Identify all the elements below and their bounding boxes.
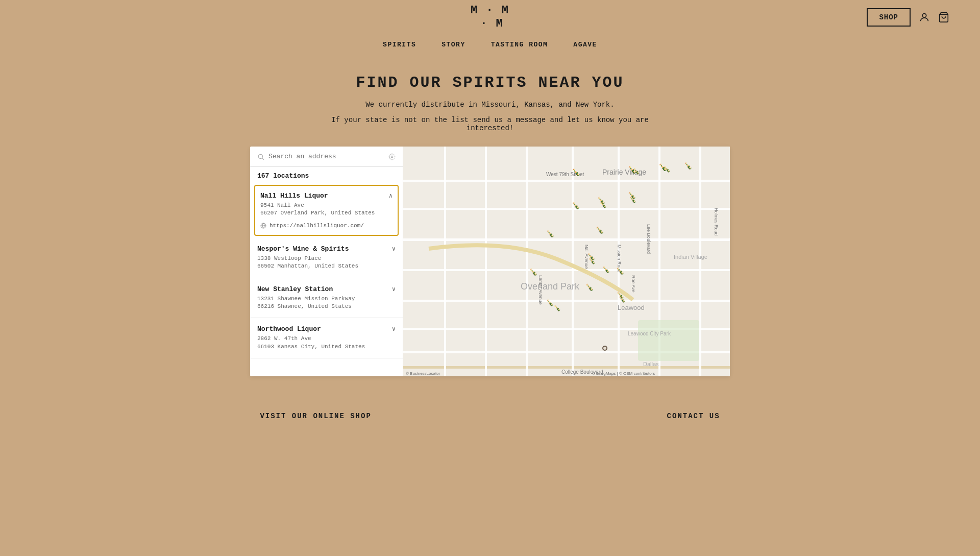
svg-text:🍾: 🍾 [596, 226, 604, 234]
location-website[interactable]: https://nallhillsliquor.com/ [260, 223, 393, 229]
logo-text: M · M· M [471, 4, 509, 31]
svg-text:🍾: 🍾 [554, 304, 561, 311]
cart-button[interactable] [938, 12, 949, 23]
shop-button[interactable]: SHOP [867, 8, 911, 27]
svg-text:Dallas: Dallas [643, 361, 659, 367]
locations-list[interactable]: Nall Hills Liquor ∧ 9541 Nall Ave 66207 … [250, 183, 403, 376]
store-finder: 167 locations Nall Hills Liquor ∧ 9541 N… [250, 147, 730, 376]
footer-col1-title: VISIT OUR ONLINE SHOP [260, 412, 371, 420]
svg-rect-22 [485, 147, 487, 376]
svg-point-4 [391, 156, 393, 158]
nav-spirits[interactable]: SPIRITS [383, 41, 416, 49]
svg-rect-24 [572, 147, 574, 376]
map-svg: Prairie Village Overland Park Leawood In… [403, 147, 730, 376]
svg-text:🍾: 🍾 [633, 167, 640, 175]
locations-count: 167 locations [250, 167, 403, 183]
svg-rect-16 [403, 269, 730, 271]
chevron-down-icon: ∨ [392, 285, 396, 293]
svg-text:🍾: 🍾 [572, 201, 580, 210]
svg-text:Holmes Road: Holmes Road [714, 208, 719, 236]
svg-rect-15 [403, 238, 730, 241]
svg-text:🍾: 🍾 [664, 165, 671, 173]
location-address: 2862 W. 47th Ave 66103 Kansas City, Unit… [257, 335, 396, 351]
logo[interactable]: M · M· M [471, 4, 509, 31]
svg-text:Overland Park: Overland Park [521, 281, 580, 292]
main-nav: SPIRITS STORY TASTING ROOM AGAVE [0, 35, 980, 59]
location-name: Nespor's Wine & Spirits [257, 245, 349, 253]
svg-text:🍾: 🍾 [585, 283, 594, 292]
location-name: Northwood Liquor [257, 325, 321, 333]
search-input[interactable] [268, 153, 384, 160]
left-panel: 167 locations Nall Hills Liquor ∧ 9541 N… [250, 147, 403, 376]
nav-tasting-room[interactable]: TASTING ROOM [491, 41, 548, 49]
location-address: 13231 Shawnee Mission Parkway 66216 Shaw… [257, 295, 396, 311]
svg-text:🍾: 🍾 [589, 257, 596, 264]
svg-text:🍾: 🍾 [600, 201, 607, 208]
svg-rect-21 [444, 147, 446, 376]
map-background: Prairie Village Overland Park Leawood In… [403, 147, 730, 376]
svg-text:Indian Village: Indian Village [674, 254, 707, 260]
list-item[interactable]: Northwood Liquor ∨ 2862 W. 47th Ave 6610… [250, 318, 403, 358]
user-icon [919, 12, 930, 23]
svg-text:🍾: 🍾 [572, 168, 581, 177]
svg-text:🍾: 🍾 [629, 196, 636, 203]
chevron-down-icon: ∨ [392, 245, 396, 253]
location-icon[interactable] [388, 153, 396, 160]
search-icon [257, 153, 264, 160]
header: M · M· M SHOP [0, 0, 980, 35]
nav-story[interactable]: STORY [442, 41, 465, 49]
svg-text:Roe Ave: Roe Ave [631, 275, 636, 293]
footer-section: VISIT OUR ONLINE SHOP CONTACT US [10, 392, 970, 430]
subtitle-distribution: We currently distribute in Missouri, Kan… [365, 101, 614, 109]
map-panel[interactable]: Prairie Village Overland Park Leawood In… [403, 147, 730, 376]
svg-point-2 [258, 154, 262, 158]
main-content: FIND OUR SPIRITS NEAR YOU We currently d… [0, 59, 980, 441]
svg-text:Lee Boulevard: Lee Boulevard [646, 224, 651, 254]
svg-rect-28 [638, 320, 699, 361]
subtitle-message: If your state is not on the list send us… [331, 116, 649, 132]
svg-text:🍾: 🍾 [529, 268, 538, 276]
svg-text:Leawood City Park: Leawood City Park [628, 331, 671, 336]
svg-rect-20 [403, 366, 730, 369]
svg-text:Leawood: Leawood [618, 304, 645, 311]
location-address: 9541 Nall Ave 66207 Overland Park, Unite… [260, 202, 393, 217]
svg-line-3 [262, 158, 264, 159]
svg-text:© JawgMaps | © OSM contributor: © JawgMaps | © OSM contributors [592, 371, 655, 376]
nav-agave[interactable]: AGAVE [573, 41, 597, 49]
header-right: SHOP [867, 8, 949, 27]
list-item[interactable]: Nall Hills Liquor ∧ 9541 Nall Ave 66207 … [254, 185, 399, 236]
chevron-up-icon: ∧ [389, 192, 393, 200]
location-name: New Stanley Station [257, 285, 333, 293]
account-button[interactable] [919, 12, 930, 23]
svg-text:🍾: 🍾 [619, 296, 626, 303]
svg-rect-14 [403, 208, 730, 210]
svg-text:🍾: 🍾 [546, 229, 555, 238]
footer-col2-title: CONTACT US [667, 412, 720, 420]
list-item[interactable]: Nespor's Wine & Spirits ∨ 1338 Westloop … [250, 238, 403, 278]
chevron-down-icon: ∨ [392, 325, 396, 333]
svg-rect-27 [699, 147, 701, 376]
svg-point-0 [922, 14, 926, 17]
svg-text:🍾: 🍾 [602, 265, 610, 273]
svg-rect-23 [526, 147, 528, 376]
svg-rect-13 [403, 180, 730, 182]
svg-point-67 [603, 347, 606, 350]
footer-col-contact: CONTACT US [667, 412, 720, 420]
list-item[interactable]: New Stanley Station ∨ 13231 Shawnee Miss… [250, 278, 403, 319]
svg-rect-17 [403, 300, 730, 302]
svg-text:🍾: 🍾 [684, 161, 693, 170]
svg-text:🍾: 🍾 [546, 299, 554, 306]
svg-point-5 [389, 154, 395, 159]
footer-col-online-shop: VISIT OUR ONLINE SHOP [260, 412, 371, 420]
cart-icon [938, 12, 949, 23]
svg-text:🍾: 🍾 [616, 267, 625, 275]
svg-text:© BusinessLocator: © BusinessLocator [406, 371, 440, 376]
location-address: 1338 Westloop Place 66502 Manhattan, Uni… [257, 255, 396, 271]
location-name: Nall Hills Liquor [260, 192, 328, 200]
search-bar [250, 147, 403, 167]
page-title: FIND OUR SPIRITS NEAR YOU [356, 74, 624, 91]
svg-text:Lamar Avenue: Lamar Avenue [538, 275, 543, 305]
globe-icon [260, 223, 266, 229]
